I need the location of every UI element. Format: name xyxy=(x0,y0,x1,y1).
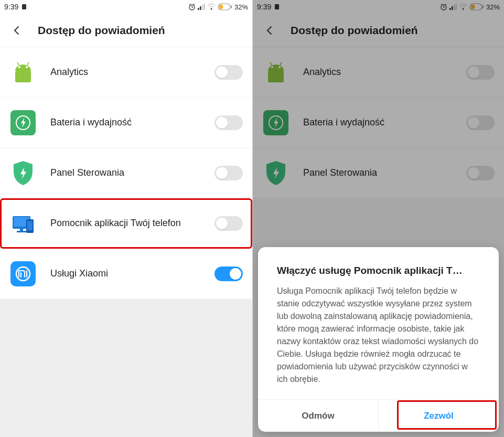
svg-rect-31 xyxy=(275,4,279,9)
back-button[interactable] xyxy=(261,22,278,39)
list-item-label: Pomocnik aplikacji Twój telefon xyxy=(50,217,215,229)
shield-icon xyxy=(9,159,37,187)
svg-point-41 xyxy=(462,8,464,10)
list-item-label: Panel Sterowania xyxy=(303,167,466,179)
battery-percentage: 32% xyxy=(234,3,248,11)
svg-rect-12 xyxy=(231,5,232,8)
android-robot-icon xyxy=(9,59,37,86)
statusbar-time: 9:39 xyxy=(257,3,271,11)
svg-rect-44 xyxy=(470,5,475,9)
list-item-label: Bateria i wydajność xyxy=(50,116,215,129)
svg-point-46 xyxy=(271,66,273,68)
svg-rect-37 xyxy=(449,8,451,10)
android-robot-icon xyxy=(262,59,289,86)
statusbar-time: 9:39 xyxy=(4,3,18,11)
svg-line-35 xyxy=(441,4,442,5)
page-title: Dostęp do powiadomień xyxy=(291,24,418,37)
signal-icon xyxy=(449,4,457,10)
wifi-icon xyxy=(207,4,216,10)
svg-rect-38 xyxy=(452,6,453,10)
sim-icon xyxy=(22,4,27,10)
list-item-control-panel[interactable]: Panel Sterowania xyxy=(0,148,252,198)
alarm-icon xyxy=(188,3,196,10)
svg-line-4 xyxy=(189,4,190,5)
svg-rect-40 xyxy=(455,4,457,10)
signal-icon xyxy=(198,4,205,10)
permission-dialog: Włączyć usługę Pomocnik aplikacji T… Usł… xyxy=(258,247,499,432)
header: Dostęp do powiadomień xyxy=(253,14,504,47)
notification-access-list: Analytics Bateria i wydajność Panel Ster… xyxy=(0,47,252,299)
dialog-actions: Odmów Zezwól xyxy=(258,399,499,432)
chevron-left-icon xyxy=(12,26,22,35)
toggle-control-panel[interactable] xyxy=(466,166,495,180)
notification-access-list: Analytics Bateria i wydajność Panel Ster… xyxy=(253,47,504,198)
list-item-label: Analytics xyxy=(50,66,215,78)
back-button[interactable] xyxy=(8,22,25,39)
list-item-battery[interactable]: Bateria i wydajność xyxy=(253,98,504,148)
alarm-icon xyxy=(440,3,447,10)
svg-rect-39 xyxy=(454,5,455,10)
svg-line-48 xyxy=(270,62,272,65)
wifi-icon xyxy=(459,4,467,10)
your-phone-icon xyxy=(9,210,37,237)
list-item-label: Bateria i wydajność xyxy=(303,116,466,129)
svg-rect-26 xyxy=(17,231,26,232)
svg-line-5 xyxy=(194,4,195,5)
svg-rect-25 xyxy=(20,229,23,231)
svg-rect-0 xyxy=(22,4,26,9)
list-item-xiaomi[interactable]: Usługi Xiaomi xyxy=(0,249,252,299)
svg-line-36 xyxy=(445,4,446,5)
toggle-xiaomi[interactable] xyxy=(215,267,243,281)
toggle-battery[interactable] xyxy=(215,115,243,130)
sim-icon xyxy=(274,4,280,10)
list-item-label: Analytics xyxy=(303,66,466,78)
svg-line-17 xyxy=(17,62,19,65)
statusbar: 9:39 32% xyxy=(0,0,252,14)
svg-rect-28 xyxy=(27,221,33,230)
deny-button[interactable]: Odmów xyxy=(258,400,378,432)
battery-icon xyxy=(469,3,484,10)
svg-rect-6 xyxy=(198,8,199,10)
svg-point-10 xyxy=(210,8,212,10)
list-item-control-panel[interactable]: Panel Sterowania xyxy=(253,148,504,198)
battery-app-icon xyxy=(262,109,289,136)
toggle-battery[interactable] xyxy=(466,115,495,130)
toggle-control-panel[interactable] xyxy=(215,166,243,180)
list-item-label: Usługi Xiaomi xyxy=(50,268,215,280)
svg-rect-8 xyxy=(202,5,203,10)
svg-line-18 xyxy=(27,62,29,65)
chevron-left-icon xyxy=(265,26,274,35)
list-item-your-phone[interactable]: Pomocnik aplikacji Twój telefon xyxy=(0,198,252,249)
battery-app-icon xyxy=(9,109,37,136)
svg-point-16 xyxy=(26,66,28,68)
phone-screen-right: 9:39 32% Dostęp do powiadomień xyxy=(252,0,504,437)
svg-point-47 xyxy=(278,66,281,68)
phone-screen-left: 9:39 32% Dostęp do powiadomień xyxy=(0,0,252,437)
svg-line-49 xyxy=(280,62,282,65)
header: Dostęp do powiadomień xyxy=(0,14,252,47)
dialog-title: Włączyć usługę Pomocnik aplikacji T… xyxy=(258,247,499,285)
statusbar: 9:39 32% xyxy=(253,0,504,14)
battery-percentage: 32% xyxy=(486,3,500,11)
page-title: Dostęp do powiadomień xyxy=(38,24,165,37)
toggle-analytics[interactable] xyxy=(215,65,243,80)
svg-rect-9 xyxy=(203,4,205,10)
svg-rect-7 xyxy=(200,6,201,10)
svg-point-15 xyxy=(18,66,20,68)
list-item-analytics[interactable]: Analytics xyxy=(253,47,504,98)
list-item-label: Panel Sterowania xyxy=(50,167,215,179)
svg-rect-43 xyxy=(482,5,484,8)
toggle-your-phone[interactable] xyxy=(215,216,243,231)
toggle-analytics[interactable] xyxy=(466,65,495,80)
shield-icon xyxy=(262,159,289,187)
list-item-battery[interactable]: Bateria i wydajność xyxy=(0,98,252,148)
svg-rect-14 xyxy=(15,71,31,82)
xiaomi-icon xyxy=(9,260,37,287)
svg-rect-29 xyxy=(10,261,36,286)
allow-button[interactable]: Zezwól xyxy=(378,400,499,432)
list-item-analytics[interactable]: Analytics xyxy=(0,47,252,98)
empty-area xyxy=(0,299,252,437)
dialog-body: Usługa Pomocnik aplikacji Twój telefon b… xyxy=(258,285,499,399)
svg-rect-45 xyxy=(268,71,284,82)
svg-rect-13 xyxy=(219,5,223,9)
